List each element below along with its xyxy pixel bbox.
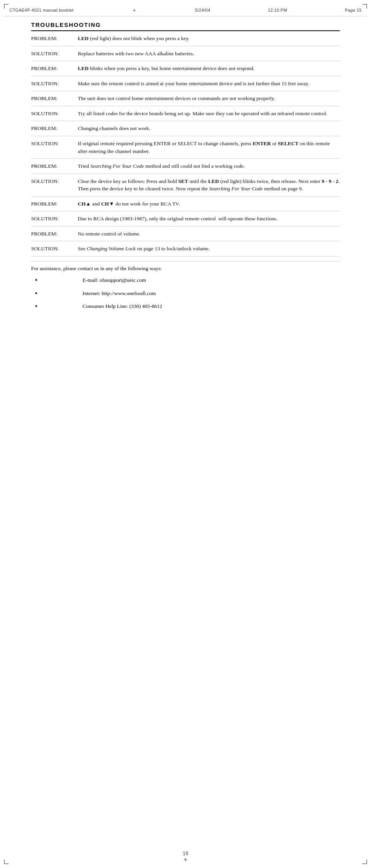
content-area: TROUBLESHOOTING PROBLEM: LED (red light)… <box>31 21 340 313</box>
page-number-text: 15 <box>183 850 188 856</box>
label-cell: SOLUTION: <box>31 46 78 61</box>
nine1-bold: 9 <box>322 178 324 184</box>
led-bold-3: LED <box>208 178 219 184</box>
ch-down-bold: CH▼ <box>101 201 114 207</box>
table-row: PROBLEM: LED (red light) does not blink … <box>31 31 340 46</box>
content-cell: No remote control of volume. <box>78 226 340 241</box>
content-cell: If original remote required pressing ENT… <box>78 136 340 158</box>
crosshair-top <box>131 7 137 13</box>
label-cell: SOLUTION: <box>31 106 78 121</box>
page-wrapper: CTGAE4P 4021 manual booklet 5/24/04 12:1… <box>0 0 371 868</box>
content-cell: See Changing Volume Lock on page 13 to l… <box>78 241 340 257</box>
table-row: SOLUTION: If original remote required pr… <box>31 136 340 158</box>
content-cell: Try all listed codes for the device bran… <box>78 106 340 121</box>
table-row: SOLUTION: See Changing Volume Lock on pa… <box>31 241 340 257</box>
content-cell: LED (red light) does not blink when you … <box>78 31 340 46</box>
set-bold: SET <box>178 178 188 184</box>
header-time: 12:10 PM <box>268 8 287 12</box>
table-row: SOLUTION: Make sure the remote control i… <box>31 76 340 91</box>
two-bold: 2 <box>336 178 338 184</box>
enter-bold: ENTER <box>253 141 271 146</box>
contact-list: • E-mail: ofasupport@ueic.com • Internet… <box>31 275 340 313</box>
content-cell: CH▲ and CH▼ do not work for your RCA TV. <box>78 196 340 211</box>
contact-phone: Consumer Help Line: (330) 405-8612 <box>44 302 162 310</box>
label-cell: PROBLEM: <box>31 159 78 174</box>
nine2-bold: 9 <box>329 178 331 184</box>
label-cell: SOLUTION: <box>31 211 78 227</box>
label-cell: PROBLEM: <box>31 226 78 241</box>
reg-mark-bottom-right <box>362 859 367 864</box>
label-cell: SOLUTION: <box>31 76 78 91</box>
content-cell: LED blinks when you press a key, but hom… <box>78 61 340 76</box>
bullet-icon-3: • <box>35 302 37 311</box>
contact-internet: Internet: http://www.oneforall.com <box>44 290 156 297</box>
label-cell: SOLUTION: <box>31 174 78 196</box>
table-row: PROBLEM: The unit does not control home … <box>31 91 340 106</box>
table-row: PROBLEM: Tried Searching For Your Code m… <box>31 159 340 174</box>
bullet-icon-2: • <box>35 290 37 298</box>
header-page: Page 15 <box>345 8 362 12</box>
contact-email: E-mail: ofasupport@ueic.com <box>44 276 146 284</box>
table-row: SOLUTION: Replace batteries with two new… <box>31 46 340 61</box>
list-item: • E-mail: ofasupport@ueic.com <box>31 275 340 286</box>
list-item: • Internet: http://www.oneforall.com <box>31 288 340 300</box>
label-cell: SOLUTION: <box>31 241 78 257</box>
page-number: 15 <box>0 850 371 856</box>
label-cell: PROBLEM: <box>31 91 78 106</box>
table-row: PROBLEM: No remote control of volume. <box>31 226 340 241</box>
ch-up-bold: CH▲ <box>78 201 91 207</box>
led-bold: LED <box>78 35 89 41</box>
bullet-icon: • <box>35 276 37 285</box>
searching-italic: Searching For Your Code <box>90 163 144 169</box>
table-row: SOLUTION: Due to RCA design (1983-1987),… <box>31 211 340 227</box>
label-cell: SOLUTION: <box>31 136 78 158</box>
table-row: PROBLEM: LED blinks when you press a key… <box>31 61 340 76</box>
table-row: SOLUTION: Try all listed codes for the d… <box>31 106 340 121</box>
reg-mark-bottom-left <box>4 859 9 864</box>
section-title: TROUBLESHOOTING <box>31 21 340 28</box>
header-left: CTGAE4P 4021 manual booklet <box>9 8 74 12</box>
content-cell: Make sure the remote control is aimed at… <box>78 76 340 91</box>
content-cell: The unit does not control home entertain… <box>78 91 340 106</box>
label-cell: PROBLEM: <box>31 196 78 211</box>
searching-italic-2: Searching For Your Code <box>209 186 263 192</box>
led-bold-2: LED <box>78 65 89 71</box>
table-row: PROBLEM: CH▲ and CH▼ do not work for you… <box>31 196 340 211</box>
content-cell: Changing channels does not work. <box>78 121 340 136</box>
content-cell: Tried Searching For Your Code method and… <box>78 159 340 174</box>
content-cell: Clear the device key as follows: Press a… <box>78 174 340 196</box>
troubleshooting-table: PROBLEM: LED (red light) does not blink … <box>31 31 340 257</box>
volume-lock-italic: Changing Volume Lock <box>87 246 136 251</box>
content-cell: Due to RCA design (1983-1987), only the … <box>78 211 340 227</box>
list-item: • Consumer Help Line: (330) 405-8612 <box>31 301 340 313</box>
header-date: 5/24/04 <box>195 8 210 12</box>
content-cell: Replace batteries with two new AAA alkal… <box>78 46 340 61</box>
page-header: CTGAE4P 4021 manual booklet 5/24/04 12:1… <box>4 4 367 16</box>
contact-intro: For assistance, please contact us in any… <box>31 265 340 272</box>
label-cell: PROBLEM: <box>31 61 78 76</box>
label-cell: PROBLEM: <box>31 31 78 46</box>
table-row: SOLUTION: Clear the device key as follow… <box>31 174 340 196</box>
table-row: PROBLEM: Changing channels does not work… <box>31 121 340 136</box>
label-cell: PROBLEM: <box>31 121 78 136</box>
select-bold: SELECT <box>278 141 299 146</box>
contact-section: For assistance, please contact us in any… <box>31 261 340 313</box>
crosshair-bottom: + <box>184 856 188 864</box>
